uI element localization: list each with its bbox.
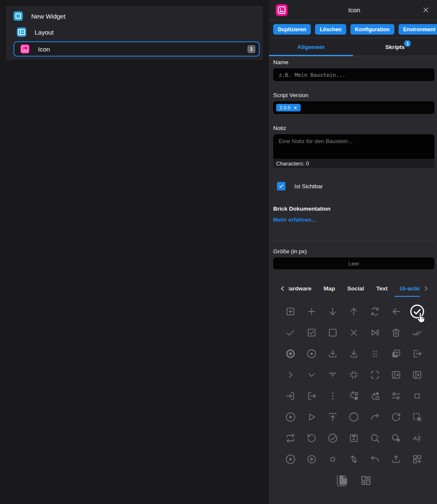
tab-label: Skripts1 <box>385 44 405 50</box>
rotate-cw-icon[interactable] <box>387 408 405 426</box>
category-tab-map[interactable]: Map <box>323 279 336 297</box>
search-click-icon[interactable] <box>387 429 405 447</box>
log-in-icon[interactable] <box>281 387 300 405</box>
icon-grid: AZ <box>273 302 434 469</box>
copy-plus-icon[interactable] <box>387 344 405 363</box>
square-icon[interactable] <box>323 323 342 342</box>
page-dashed-icon[interactable] <box>334 472 350 489</box>
icon-category-bar: HardwareMapSocialTextUi-action <box>273 279 434 297</box>
panel-body: Name Script Version 2.0.0 Notiz Eine Not… <box>269 56 437 504</box>
close-icon[interactable] <box>345 323 363 342</box>
tree-item-new-widget[interactable]: New Widget <box>9 9 260 23</box>
radio-on-icon[interactable] <box>281 344 300 363</box>
duplizieren-button[interactable]: Duplizieren <box>273 24 311 35</box>
collapse-icon[interactable] <box>345 366 363 384</box>
skip-icon[interactable] <box>366 323 384 342</box>
name-input[interactable] <box>273 68 434 81</box>
size-input[interactable]: Leer <box>273 257 434 269</box>
doc-link[interactable]: Mehr erfahren... <box>273 217 316 223</box>
close-icon <box>422 6 430 14</box>
upload-line-icon[interactable] <box>323 408 342 426</box>
svg-text:Z: Z <box>417 435 421 442</box>
redo-icon[interactable] <box>366 408 384 426</box>
play-icon[interactable] <box>302 408 321 426</box>
filter-icon[interactable] <box>323 366 342 384</box>
panel-right-icon[interactable] <box>408 366 426 384</box>
double-check-icon[interactable] <box>408 323 426 342</box>
note-label: Notiz <box>273 125 434 131</box>
check-icon <box>278 183 284 189</box>
square-plus-icon[interactable] <box>281 302 300 321</box>
play-circle-outline-icon[interactable] <box>302 450 321 469</box>
check-circle-big-icon[interactable] <box>408 302 426 321</box>
dashboard-icon[interactable] <box>358 472 375 489</box>
trash-icon[interactable] <box>387 323 405 342</box>
chevron-right-icon[interactable] <box>281 366 300 384</box>
upload-icon[interactable] <box>387 450 405 469</box>
circle-icon[interactable] <box>345 408 363 426</box>
maximize-icon[interactable] <box>366 366 384 384</box>
category-tab-hardware[interactable]: Hardware <box>289 279 312 297</box>
repeat-icon[interactable] <box>281 429 300 447</box>
tab-allgemein[interactable]: Allgemein <box>269 38 353 56</box>
konfiguration-button[interactable]: Konfiguration <box>350 24 394 35</box>
search-icon[interactable] <box>366 429 384 447</box>
category-prev-button[interactable] <box>279 285 286 292</box>
arrows-up-down-icon[interactable] <box>345 450 363 469</box>
visible-checkbox[interactable] <box>277 182 285 190</box>
remove-version-icon[interactable] <box>293 106 297 110</box>
box-arrow-right-icon[interactable] <box>408 344 426 363</box>
close-button[interactable] <box>421 5 430 15</box>
panel-left-icon[interactable] <box>387 366 405 384</box>
grip-dots-icon[interactable] <box>366 344 384 363</box>
dots-vertical-icon[interactable] <box>323 387 342 405</box>
tree-item-layout[interactable]: Layout <box>9 25 260 39</box>
play-circle-icon[interactable] <box>281 408 300 426</box>
properties-panel: Icon DuplizierenLöschenKonfigurationEnvi… <box>269 0 437 504</box>
chevron-down-icon[interactable] <box>302 366 321 384</box>
toggles-icon[interactable] <box>387 387 405 405</box>
svg-text:A: A <box>413 435 417 442</box>
layout-icon <box>17 27 26 37</box>
sort-az-icon[interactable]: AZ <box>408 429 426 447</box>
check-circle-2-icon[interactable] <box>323 429 342 447</box>
arrow-left-icon[interactable] <box>387 302 405 321</box>
sync-icon[interactable] <box>366 302 384 321</box>
download-icon[interactable] <box>323 344 342 363</box>
visible-label: Ist Sichtbar <box>294 183 323 190</box>
save-icon[interactable] <box>345 429 363 447</box>
log-out-icon[interactable] <box>302 387 321 405</box>
category-tab-ui-action[interactable]: Ui-action <box>399 279 420 297</box>
circle-dot-icon[interactable] <box>302 344 321 363</box>
undo-icon[interactable] <box>366 450 384 469</box>
tab-skripts[interactable]: Skripts1 <box>353 38 437 56</box>
chevron-right-icon <box>422 285 429 292</box>
löschen-button[interactable]: Löschen <box>315 24 346 35</box>
category-next-button[interactable] <box>422 285 429 292</box>
category-scroller: HardwareMapSocialTextUi-action <box>289 279 420 297</box>
play-circle-2-icon[interactable] <box>281 450 300 469</box>
deselect-icon[interactable] <box>408 408 426 426</box>
square-small-icon[interactable] <box>408 387 426 405</box>
name-label: Name <box>273 59 434 65</box>
script-version-input[interactable]: 2.0.0 <box>273 101 434 114</box>
iterate-left-icon[interactable] <box>345 387 363 405</box>
download-2-icon[interactable] <box>345 344 363 363</box>
category-tab-social[interactable]: Social <box>347 279 365 297</box>
category-tab-text[interactable]: Text <box>376 279 388 297</box>
arrow-up-icon[interactable] <box>345 302 363 321</box>
grid-plus-icon[interactable] <box>408 450 426 469</box>
check-square-icon[interactable] <box>302 323 321 342</box>
environment-button[interactable]: Environment <box>399 24 437 35</box>
app-window: New WidgetLayoutIcon1 Icon DuplizierenLö… <box>0 0 437 504</box>
version-chip[interactable]: 2.0.0 <box>276 104 301 111</box>
plus-icon[interactable] <box>302 302 321 321</box>
iterate-right-icon[interactable] <box>366 387 384 405</box>
tree-item-icon[interactable]: Icon1 <box>14 41 260 57</box>
rotate-ccw-icon[interactable] <box>302 429 321 447</box>
arrow-down-icon[interactable] <box>323 302 342 321</box>
widget-tree: New WidgetLayoutIcon1 <box>6 6 263 60</box>
check-icon[interactable] <box>281 323 300 342</box>
note-textarea[interactable]: Eine Notiz für den Baustein... <box>273 134 434 159</box>
stop-icon[interactable] <box>323 450 342 469</box>
